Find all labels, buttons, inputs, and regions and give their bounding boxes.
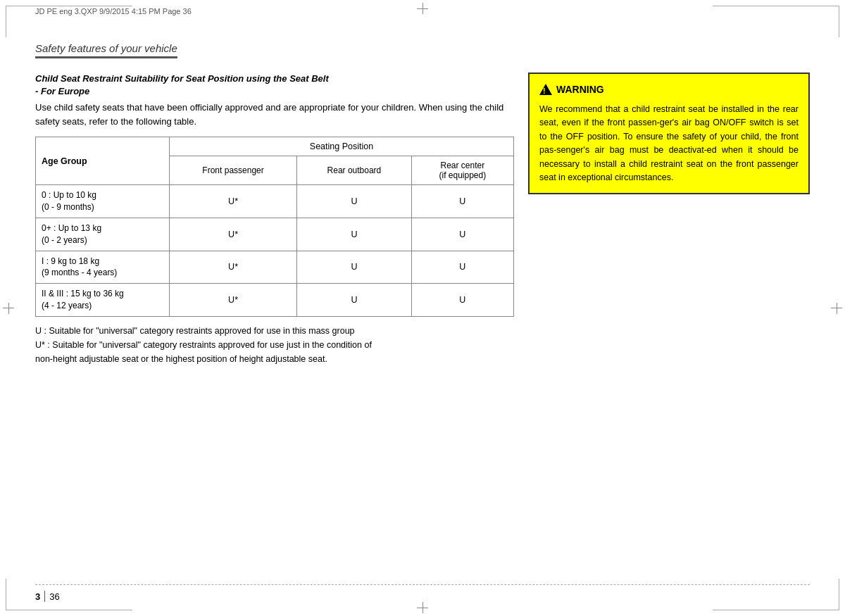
table-row: II & III : 15 kg to 36 kg(4 - 12 years)U… (36, 284, 514, 317)
section-heading: Child Seat Restraint Suitability for Sea… (35, 73, 514, 98)
reg-info: JD PE eng 3.QXP 9/9/2015 4:15 PM Page 36 (35, 7, 192, 15)
cross-top-center (417, 3, 428, 14)
seat-table: Age Group Seating Position Front passeng… (35, 137, 514, 316)
rear-outboard-value: U (297, 218, 412, 251)
cross-left-center (3, 303, 14, 314)
warning-body: We recommend that a child restraint seat… (539, 103, 799, 184)
section-header-bar: Safety features of your vehicle (35, 42, 810, 58)
warning-triangle-icon (539, 84, 552, 95)
age-group-header: Age Group (36, 137, 170, 185)
right-column: WARNING We recommend that a child restra… (528, 73, 810, 366)
footnotes: U : Suitable for "universal" category re… (35, 324, 514, 366)
rear-outboard-value: U (297, 185, 412, 218)
age-group-cell: I : 9 kg to 18 kg(9 months - 4 years) (36, 251, 170, 284)
main-content: Safety features of your vehicle Child Se… (35, 42, 810, 574)
age-group-cell: II & III : 15 kg to 36 kg(4 - 12 years) (36, 284, 170, 317)
warning-title: WARNING (539, 82, 799, 97)
page-footer: 3 36 (35, 584, 810, 602)
footnote-ustar-1: U* : Suitable for "universal" category r… (35, 338, 514, 352)
intro-text: Use child safety seats that have been of… (35, 101, 514, 128)
front-passenger-value: U* (170, 218, 297, 251)
section-header: Safety features of your vehicle (35, 42, 810, 58)
footer-chapter: 3 (35, 591, 40, 602)
age-group-cell: 0+ : Up to 13 kg(0 - 2 years) (36, 218, 170, 251)
corner-border-top-right (713, 6, 839, 37)
rear-center-value: U (411, 251, 513, 284)
footnote-u: U : Suitable for "universal" category re… (35, 324, 514, 338)
rear-center-value: U (411, 284, 513, 317)
table-row: 0+ : Up to 13 kg(0 - 2 years)U*UU (36, 218, 514, 251)
cross-right-center (831, 303, 842, 314)
col-front-passenger: Front passenger (170, 156, 297, 185)
two-col-layout: Child Seat Restraint Suitability for Sea… (35, 73, 810, 366)
rear-outboard-value: U (297, 284, 412, 317)
cross-bottom-center (417, 602, 428, 613)
rear-outboard-value: U (297, 251, 412, 284)
col-rear-center: Rear center(if equipped) (411, 156, 513, 185)
rear-center-value: U (411, 185, 513, 218)
rear-center-value: U (411, 218, 513, 251)
front-passenger-value: U* (170, 284, 297, 317)
front-passenger-value: U* (170, 185, 297, 218)
age-group-cell: 0 : Up to 10 kg(0 - 9 months) (36, 185, 170, 218)
section-title: Safety features of your vehicle (35, 42, 177, 58)
seating-position-header: Seating Position (170, 137, 514, 156)
footer-page: 36 (49, 591, 59, 602)
warning-box: WARNING We recommend that a child restra… (528, 73, 810, 194)
footer-divider (44, 591, 45, 602)
table-row: 0 : Up to 10 kg(0 - 9 months)U*UU (36, 185, 514, 218)
front-passenger-value: U* (170, 251, 297, 284)
footnote-ustar-2: non-height adjustable seat or the highes… (35, 352, 514, 366)
col-rear-outboard: Rear outboard (297, 156, 412, 185)
left-column: Child Seat Restraint Suitability for Sea… (35, 73, 514, 366)
table-row: I : 9 kg to 18 kg(9 months - 4 years)U*U… (36, 251, 514, 284)
